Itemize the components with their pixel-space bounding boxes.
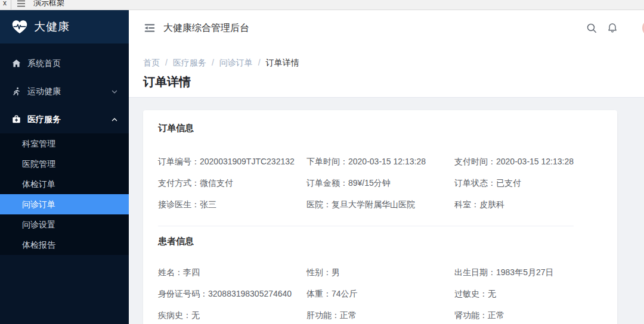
field-order-amount: 订单金额：89¥/15分钟 xyxy=(306,177,454,189)
breadcrumb-home[interactable]: 首页 xyxy=(143,57,160,68)
field-weight: 体重：74公斤 xyxy=(306,288,454,300)
search-icon[interactable] xyxy=(586,23,597,33)
breadcrumb-separator: / xyxy=(165,57,168,68)
sidebar-subitem-hospital-mgmt[interactable]: 医院管理 xyxy=(0,154,129,174)
order-info-heading: 订单信息 xyxy=(158,122,602,134)
sidebar-item-label: 医疗服务 xyxy=(27,114,111,125)
breadcrumb-medical-service[interactable]: 医疗服务 xyxy=(173,57,206,68)
order-info-row: 接诊医生：张三 医院：复旦大学附属华山医院 科室：皮肤科 xyxy=(158,198,602,210)
patient-info-row: 疾病史：无 肝功能：正常 肾功能：正常 xyxy=(158,309,602,321)
home-icon xyxy=(12,59,21,68)
heart-pulse-icon xyxy=(11,20,28,35)
patient-info-row: 身份证号码：320883198305274640 体重：74公斤 过敏史：无 xyxy=(158,288,602,300)
page-title: 订单详情 xyxy=(143,73,630,90)
breadcrumb-current: 订单详情 xyxy=(266,57,299,68)
field-pay-time: 支付时间：2020-03-15 12:13:28 xyxy=(454,155,602,167)
field-doctor: 接诊医生：张三 xyxy=(158,198,306,210)
patient-info-row: 姓名：李四 性别：男 出生日期：1983年5月27日 xyxy=(158,266,602,278)
field-kidney-function: 肾功能：正常 xyxy=(454,309,602,321)
section-divider xyxy=(158,226,574,226)
field-gender: 性别：男 xyxy=(306,266,454,278)
app-logo: 大健康 xyxy=(0,10,129,43)
field-order-time: 下单时间：2020-03-15 12:13:28 xyxy=(306,155,454,167)
field-birth-date: 出生日期：1983年5月27日 xyxy=(454,266,602,278)
field-allergy-history: 过敏史：无 xyxy=(454,288,602,300)
sidebar-item-medical-service[interactable]: 医疗服务 xyxy=(0,105,129,133)
order-detail-card: 订单信息 订单编号：2020031909TJTC232132 下单时间：2020… xyxy=(143,110,617,324)
hamburger-icon[interactable] xyxy=(17,0,25,10)
sidebar-subitem-consult-settings[interactable]: 问诊设置 xyxy=(0,214,129,235)
field-order-number: 订单编号：2020031909TJTC232132 xyxy=(158,155,306,167)
runner-icon xyxy=(12,87,21,96)
content-area: 订单信息 订单编号：2020031909TJTC232132 下单时间：2020… xyxy=(129,98,644,324)
order-info-row: 支付方式：微信支付 订单金额：89¥/15分钟 订单状态：已支付 xyxy=(158,177,602,189)
field-department: 科室：皮肤科 xyxy=(454,198,602,210)
order-info-row: 订单编号：2020031909TJTC232132 下单时间：2020-03-1… xyxy=(158,155,602,167)
top-header: 大健康综合管理后台 xyxy=(129,10,644,46)
chevron-down-icon xyxy=(111,88,118,95)
field-pay-method: 支付方式：微信支付 xyxy=(158,177,306,189)
breadcrumb: 首页 / 医疗服务 / 问诊订单 / 订单详情 xyxy=(143,57,630,68)
sidebar-subitem-checkup-reports[interactable]: 体检报告 xyxy=(0,235,129,255)
page-title-block: 首页 / 医疗服务 / 问诊订单 / 订单详情 订单详情 xyxy=(129,46,644,98)
sidebar-fold-icon[interactable] xyxy=(143,21,156,35)
chevron-up-icon xyxy=(111,116,118,123)
main-area: 大健康综合管理后台 首页 / 医疗服务 / 问诊订单 / 订单详情 xyxy=(129,10,644,324)
bell-icon[interactable] xyxy=(607,23,618,33)
medkit-icon xyxy=(12,115,21,124)
sidebar-menu: 系统首页 运动健康 xyxy=(0,43,129,255)
sidebar-item-sport-health[interactable]: 运动健康 xyxy=(0,77,129,105)
header-actions xyxy=(586,23,618,33)
breadcrumb-consult-orders[interactable]: 问诊订单 xyxy=(219,57,253,68)
app-title: 大健康综合管理后台 xyxy=(163,22,249,35)
browser-tab-title: 演示框架 xyxy=(33,0,64,8)
topbar-divider xyxy=(11,0,11,10)
app-name: 大健康 xyxy=(34,19,70,35)
sidebar-item-home[interactable]: 系统首页 xyxy=(0,49,129,77)
field-id-number: 身份证号码：320883198305274640 xyxy=(158,288,306,300)
sidebar-subitem-checkup-orders[interactable]: 体检订单 xyxy=(0,174,129,194)
field-hospital: 医院：复旦大学附属华山医院 xyxy=(306,198,454,210)
sidebar-subitem-consult-orders[interactable]: 问诊订单 xyxy=(0,194,129,214)
field-patient-name: 姓名：李四 xyxy=(158,266,306,278)
breadcrumb-separator: / xyxy=(212,57,214,68)
tab-close-button[interactable]: x xyxy=(3,0,7,7)
browser-topbar: x 演示框架 xyxy=(0,0,644,10)
sidebar: 大健康 系统首页 运动健康 xyxy=(0,10,129,324)
field-disease-history: 疾病史：无 xyxy=(158,309,306,321)
field-liver-function: 肝功能：正常 xyxy=(306,309,454,321)
field-order-status: 订单状态：已支付 xyxy=(454,177,602,189)
patient-info-heading: 患者信息 xyxy=(158,235,602,247)
medical-service-submenu: 科室管理 医院管理 体检订单 问诊订单 问诊设置 体检报告 xyxy=(0,133,129,255)
breadcrumb-separator: / xyxy=(258,57,261,68)
sidebar-subitem-department-mgmt[interactable]: 科室管理 xyxy=(0,133,129,154)
sidebar-item-label: 运动健康 xyxy=(27,86,111,97)
sidebar-item-label: 系统首页 xyxy=(27,58,118,69)
